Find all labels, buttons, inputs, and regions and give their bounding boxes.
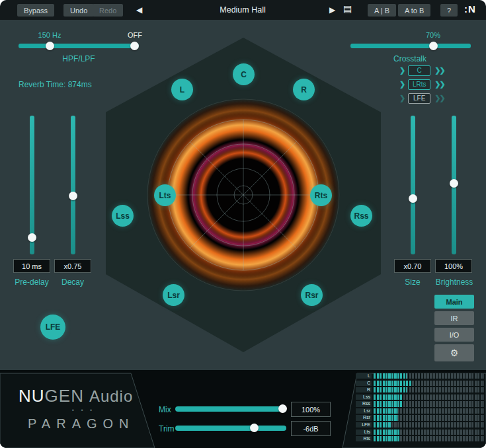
speaker-node-rts[interactable]: Rts [310,184,332,206]
meter-fill [374,401,402,406]
size-label: Size [394,278,431,287]
reverb-time-readout: Reverb Time: 874ms [19,80,92,89]
speaker-node-l[interactable]: L [171,79,193,100]
meter-channel-label: Rsr [356,415,372,420]
meter-fill [374,436,400,441]
redo-button[interactable]: Redo [93,4,123,17]
meter-fill [374,415,398,420]
crosstalk-slider [350,41,471,50]
titlebar: Bypass Undo Redo ◀ Medium Hall ▶ ▤ A | B… [0,0,486,20]
meter-row: Lts [356,429,484,435]
chevron-out-icon[interactable]: ❯❯ [434,80,444,89]
speaker-node-lss[interactable]: Lss [112,205,134,227]
preset-list-icon[interactable]: ▤ [343,3,352,14]
mix-track[interactable] [175,406,286,412]
tab-ir[interactable]: IR [434,311,474,325]
meter-fill [374,381,411,386]
routing-c-button[interactable]: C [408,65,430,76]
routing-lfe-button[interactable]: LFE [408,93,430,104]
meter-row: L [356,373,484,379]
chevron-in-icon[interactable]: ❯ [399,66,404,75]
hpf-value: 150 Hz [34,31,65,39]
meter-channel-label: C [356,381,372,386]
speaker-node-lsr[interactable]: Lsr [163,284,184,306]
meter-channel-label: Rss [356,401,372,406]
routing-row-lrts: ❯ LRts ❯❯ [399,78,444,91]
a-to-b-button[interactable]: A to B [398,4,430,17]
meter-bar [374,381,484,386]
size-track[interactable] [411,116,415,254]
speaker-node-lfe[interactable]: LFE [40,315,65,340]
pre-delay-handle[interactable] [28,233,36,242]
pre-delay-value[interactable]: 10 ms [13,259,50,273]
meter-channel-label: L [356,373,372,379]
meter-row: Lss [356,394,484,400]
size-handle[interactable] [409,194,417,203]
speaker-node-rss[interactable]: Rss [350,205,372,227]
meter-channel-label: Rts [356,436,372,441]
trim-track[interactable] [175,426,286,431]
plugin-window: Bypass Undo Redo ◀ Medium Hall ▶ ▤ A | B… [0,0,486,448]
preset-name[interactable]: Medium Hall [177,5,309,15]
meter-channel-label: Lsr [356,408,372,414]
gear-icon[interactable]: ⚙ [434,344,474,361]
brand-gen: GEN [45,386,84,406]
meter-bar [374,401,484,406]
back-icon[interactable]: ◀ [136,5,142,15]
meter-row: Rts [356,436,484,441]
meter-bar [374,429,484,435]
routing-row-c: ❯ C ❯❯ [399,64,444,77]
meter-row: Lsr [356,408,484,414]
hpf-lpf-label: HPF/LPF [19,54,139,63]
play-icon[interactable]: ▶ [329,5,335,15]
meter-fill [374,429,400,435]
hpf-lpf-track[interactable] [19,44,139,48]
help-button[interactable]: ? [440,4,458,17]
ab-compare-button[interactable]: A | B [368,4,396,17]
decay-handle[interactable] [69,192,77,200]
crosstalk-label: Crosstalk [370,54,450,63]
tab-io[interactable]: I/O [434,328,474,342]
meter-bar [374,436,484,441]
tab-main[interactable]: Main [434,295,474,309]
brand-nu: NU [19,386,45,406]
speaker-node-lts[interactable]: Lts [154,184,176,206]
chevron-in-icon[interactable]: ❯ [399,80,404,89]
brightness-handle[interactable] [450,179,458,188]
meter-channel-label: Lss [356,394,372,400]
undo-button[interactable]: Undo [63,4,94,17]
chevron-out-icon[interactable]: ❯❯ [434,66,444,75]
meter-bar [374,394,484,400]
mix-value[interactable]: 100% [291,402,331,417]
meter-panel-rows: LCRLssRssLsrRsrLFELtsRts [356,373,484,441]
crosstalk-track[interactable] [350,44,471,48]
meter-row: Rss [356,401,484,406]
chevron-in-icon[interactable]: ❯ [399,94,404,102]
decay-label: Decay [54,278,91,287]
decay-value[interactable]: x0.75 [54,259,91,273]
speaker-node-c[interactable]: C [233,63,255,85]
meter-row: LFE [356,422,484,428]
meter-channel-label: LFE [356,422,372,428]
bypass-button[interactable]: Bypass [17,4,54,17]
decay-track[interactable] [71,116,75,254]
nugen-logo-icon: :N [464,3,476,15]
brightness-value[interactable]: 100% [435,259,472,273]
meter-row: C [356,381,484,386]
speaker-node-rsr[interactable]: Rsr [301,284,323,306]
size-value[interactable]: x0.70 [394,259,431,273]
hpf-handle[interactable] [46,42,54,50]
trim-value[interactable]: -6dB [291,421,331,436]
crosstalk-handle[interactable] [429,42,438,50]
mix-handle[interactable] [278,404,287,413]
routing-lrts-button[interactable]: LRts [408,79,430,90]
lpf-handle[interactable] [130,42,139,50]
trim-handle[interactable] [250,424,259,432]
pre-delay-label: Pre-delay [7,278,57,287]
speaker-node-r[interactable]: R [293,79,315,100]
chevron-out-icon[interactable]: ❯❯ [434,94,444,102]
meter-bar [374,415,484,420]
meter-bar [374,422,484,428]
size-slider [408,116,417,254]
meter-fill [374,408,398,414]
